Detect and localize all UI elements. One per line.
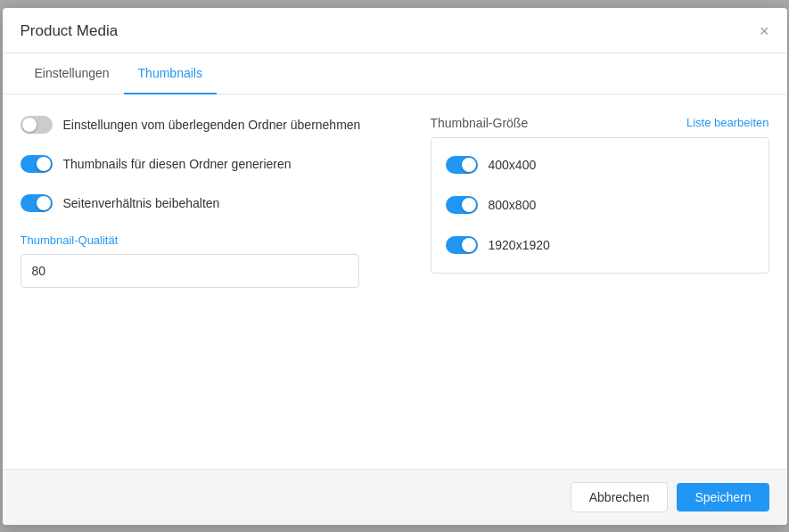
edit-list-link[interactable]: Liste bearbeiten (686, 116, 769, 129)
tab-einstellungen[interactable]: Einstellungen (21, 53, 124, 94)
toggle-aspect-slider (21, 194, 53, 212)
modal-body: Einstellungen vom überlegenden Ordner üb… (3, 94, 787, 469)
toggle-inherit-slider (21, 116, 53, 134)
modal-header: Product Media × (3, 8, 787, 53)
right-panel: Thumbnail-Größe Liste bearbeiten 400x400 (431, 116, 769, 447)
quality-label: Thumbnail-Qualität (21, 233, 395, 247)
toggle-aspect[interactable] (21, 194, 53, 212)
toggle-inherit-row: Einstellungen vom überlegenden Ordner üb… (21, 116, 395, 134)
toggle-aspect-row: Seitenverhältnis beibehalten (21, 194, 395, 212)
toggle-generate-label: Thumbnails für diesen Ordner generieren (63, 157, 292, 171)
toggle-400-slider (446, 156, 478, 174)
modal-footer: Abbrechen Speichern (3, 469, 787, 525)
cancel-button[interactable]: Abbrechen (571, 482, 669, 512)
tab-thumbnails[interactable]: Thumbnails (124, 53, 217, 94)
toggle-1920[interactable] (446, 236, 478, 254)
toggle-aspect-label: Seitenverhältnis beibehalten (63, 196, 220, 210)
toggle-generate-slider (21, 155, 53, 173)
toggle-400[interactable] (446, 156, 478, 174)
thumbnail-item-400-label: 400x400 (489, 158, 537, 172)
thumbnail-item-400: 400x400 (446, 145, 754, 185)
modal-overlay: Product Media × Einstellungen Thumbnails (0, 0, 789, 532)
toggle-800[interactable] (446, 196, 478, 214)
thumbnail-size-title: Thumbnail-Größe (431, 116, 529, 130)
close-button[interactable]: × (760, 23, 769, 52)
thumbnail-item-1920-label: 1920x1920 (489, 238, 550, 252)
toggle-800-slider (446, 196, 478, 214)
thumbnail-item-800-label: 800x800 (489, 198, 537, 212)
toggle-1920-slider (446, 236, 478, 254)
left-panel: Einstellungen vom überlegenden Ordner üb… (21, 116, 395, 447)
toggle-generate[interactable] (21, 155, 53, 173)
thumbnail-item-1920: 1920x1920 (446, 225, 754, 266)
quality-input[interactable] (21, 254, 359, 288)
toggle-generate-row: Thumbnails für diesen Ordner generieren (21, 155, 395, 173)
tab-bar: Einstellungen Thumbnails (3, 53, 787, 94)
thumbnail-item-800: 800x800 (446, 185, 754, 225)
save-button[interactable]: Speichern (677, 483, 768, 512)
toggle-inherit[interactable] (21, 116, 53, 134)
modal-title: Product Media (21, 22, 119, 53)
toggle-inherit-label: Einstellungen vom überlegenden Ordner üb… (63, 118, 361, 132)
quality-section: Thumbnail-Qualität (21, 233, 395, 288)
thumbnail-list: 400x400 800x800 19 (431, 137, 769, 274)
modal-dialog: Product Media × Einstellungen Thumbnails (3, 8, 787, 525)
thumbnail-size-header: Thumbnail-Größe Liste bearbeiten (431, 116, 769, 130)
